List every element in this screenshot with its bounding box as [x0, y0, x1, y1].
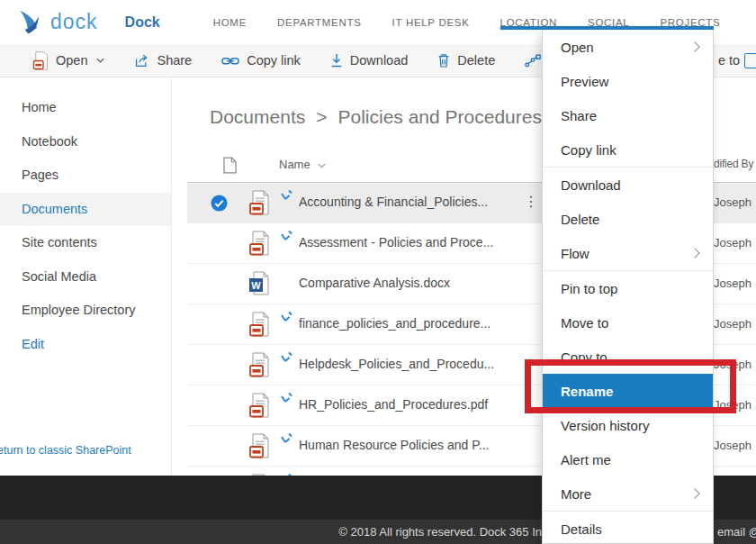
move-to-button-partial[interactable]: e to: [718, 44, 740, 77]
chevron-down-icon[interactable]: [318, 163, 326, 168]
breadcrumb-current[interactable]: Policies and Procedures: [338, 106, 541, 128]
copy-link-button[interactable]: Copy link: [221, 53, 301, 68]
sidebar-item[interactable]: Edit: [0, 328, 171, 362]
nav-item[interactable]: IT HELP DESK: [377, 17, 485, 28]
file-name[interactable]: Human Resource Policies and P...: [299, 438, 489, 452]
pdf-file-icon: [248, 231, 270, 256]
logo-text: dock: [50, 10, 98, 34]
file-name[interactable]: Comparative Analysis.docx: [299, 276, 450, 290]
nav-item[interactable]: DEPARTMENTS: [262, 17, 377, 28]
name-column-header[interactable]: Name: [279, 158, 310, 171]
pdf-file-icon: [248, 433, 270, 458]
context-menu-item[interactable]: Preview: [543, 64, 713, 98]
file-name[interactable]: Helpdesk_Policies_and_Procedu...: [299, 357, 494, 371]
context-menu-item[interactable]: Copy to: [543, 340, 713, 374]
link-icon: [221, 55, 239, 67]
sidebar-item[interactable]: Documents: [0, 193, 171, 227]
new-item-icon: [280, 432, 293, 445]
modified-by-column-header[interactable]: dified By: [714, 158, 753, 170]
context-menu-item[interactable]: Download: [543, 168, 713, 202]
delete-button[interactable]: Delete: [437, 53, 495, 68]
dock-swoosh-icon: [13, 9, 47, 36]
sidebar-item[interactable]: Pages: [0, 159, 171, 193]
document-icon: [223, 157, 237, 174]
open-button[interactable]: Open: [32, 51, 104, 70]
return-to-classic-link[interactable]: eturn to classic SharePoint: [0, 444, 131, 457]
new-item-icon: [280, 351, 293, 364]
dock-logo[interactable]: dock: [13, 9, 98, 36]
trash-icon: [437, 53, 450, 68]
modified-by: Joseph: [714, 398, 752, 412]
site-name[interactable]: Dock: [125, 14, 160, 31]
modified-by: Joseph: [714, 195, 752, 209]
breadcrumb: Documents > Policies and Procedures: [210, 106, 542, 128]
sidebar: Home Notebook Pages Documents Site conte…: [0, 77, 172, 476]
new-item-icon: [280, 189, 293, 202]
download-button[interactable]: Download: [330, 53, 409, 68]
context-menu-item[interactable]: Copy link: [543, 132, 713, 168]
nav-item[interactable]: HOME: [198, 17, 262, 28]
context-menu: Open Preview Share Copy link Download De…: [542, 30, 714, 544]
file-name[interactable]: Accounting & Financial_Policies...: [299, 195, 488, 209]
flow-icon: [525, 54, 541, 68]
pdf-file-icon: [248, 393, 270, 418]
context-menu-item[interactable]: Flow: [543, 236, 713, 271]
share-icon: [134, 53, 149, 68]
context-menu-item[interactable]: Open: [543, 30, 713, 64]
breadcrumb-root[interactable]: Documents: [210, 106, 305, 128]
sidebar-item[interactable]: Employee Directory: [0, 294, 171, 328]
context-menu-item[interactable]: Move to: [543, 305, 713, 340]
context-menu-item[interactable]: Details: [543, 512, 713, 544]
copyright-text: © 2018 All rights reserved. Dock 365 In: [338, 520, 542, 544]
more-options-icon[interactable]: ⋮: [524, 193, 538, 210]
share-button[interactable]: Share: [134, 53, 192, 68]
copy-to-icon-partial[interactable]: [744, 53, 756, 68]
sidebar-item[interactable]: Social Media: [0, 260, 171, 295]
context-menu-item[interactable]: Alert me: [543, 442, 713, 476]
context-menu-item[interactable]: More: [543, 476, 713, 512]
pdf-file-icon: [248, 352, 270, 377]
new-item-icon: [280, 392, 293, 404]
context-menu-item[interactable]: Share: [543, 98, 713, 132]
modified-by: Joseph: [714, 277, 752, 290]
context-menu-item[interactable]: Version history: [543, 408, 713, 442]
modified-by: Joseph: [714, 317, 752, 331]
chevron-down-icon: [96, 58, 104, 63]
modified-by: Joseph: [714, 236, 752, 249]
sidebar-item[interactable]: Notebook: [0, 125, 171, 159]
new-item-icon: [280, 311, 293, 323]
context-menu-item[interactable]: Rename: [543, 374, 713, 408]
app-window: dock Dock HOME DEPARTMENTS IT HELP DESK …: [0, 0, 756, 544]
new-item-icon: [280, 230, 293, 242]
file-name[interactable]: HR_Policies_and_Procedures.pdf: [299, 397, 488, 412]
sidebar-item[interactable]: Home: [0, 91, 171, 125]
modified-by: Joseph: [714, 439, 752, 452]
pdf-file-icon: [248, 312, 270, 337]
download-icon: [330, 53, 343, 68]
file-name[interactable]: Assessment - Policies and Proce...: [299, 235, 493, 249]
modified-by: Joseph: [714, 358, 752, 371]
context-menu-item[interactable]: Delete: [543, 202, 713, 236]
pdf-file-icon: [248, 190, 270, 215]
breadcrumb-separator: >: [316, 106, 327, 128]
footer-email-text: email @: [717, 520, 756, 544]
svg-text:W: W: [251, 280, 261, 291]
word-file-icon: W: [248, 271, 270, 296]
pdf-file-icon: [32, 51, 49, 70]
sidebar-item[interactable]: Site contents: [0, 226, 171, 260]
submenu-chevron-icon: [689, 248, 699, 258]
sidebar-nav: Home Notebook Pages Documents Site conte…: [0, 91, 171, 361]
context-menu-item[interactable]: Pin to top: [543, 271, 713, 305]
selected-check-icon[interactable]: [211, 195, 228, 212]
submenu-chevron-icon: [689, 488, 699, 498]
submenu-chevron-icon: [689, 41, 699, 51]
file-name[interactable]: finance_policies_and_procedure...: [299, 316, 490, 331]
projects-active-underline: [500, 26, 714, 30]
